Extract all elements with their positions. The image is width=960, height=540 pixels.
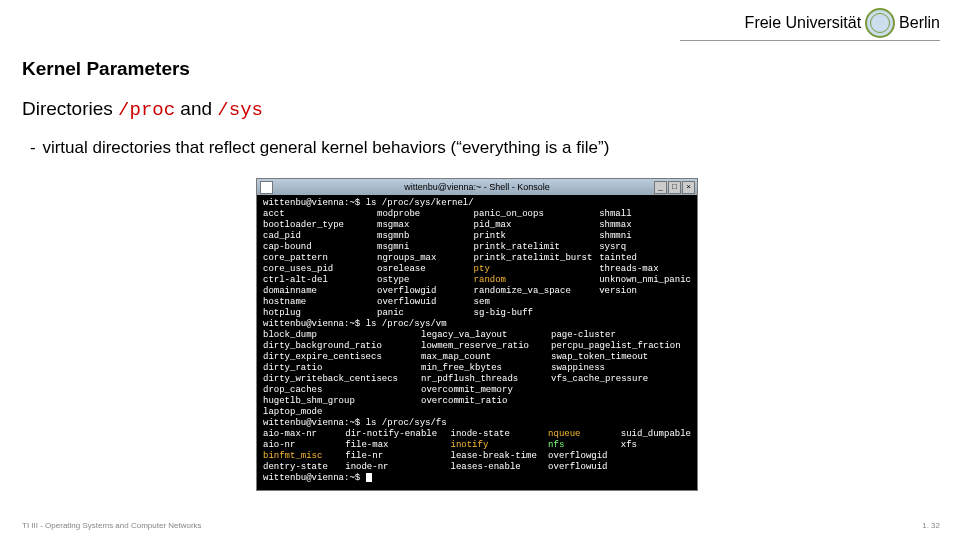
ls3-col4: nqueue nfs overflowgid overflowuid [548, 429, 621, 473]
window-close-button[interactable]: × [682, 181, 695, 194]
terminal-titlebar: wittenbu@vienna:~ - Shell - Konsole _ □ … [257, 179, 697, 195]
logo-seal-icon [865, 8, 895, 38]
terminal-app-icon [260, 181, 273, 194]
window-minimize-button[interactable]: _ [654, 181, 667, 194]
subtitle-prefix: Directories [22, 98, 118, 119]
subtitle-mid: and [175, 98, 217, 119]
university-logo: Freie Universität Berlin [745, 8, 940, 38]
ls-output-2: block_dump dirty_background_ratio dirty_… [263, 330, 691, 418]
ls2-col3: page-cluster percpu_pagelist_fraction sw… [551, 330, 681, 418]
ls-output-1: acct bootloader_type cad_pid cap-bound c… [263, 209, 691, 319]
code-proc: /proc [118, 99, 175, 121]
slide-title: Kernel Parameters [22, 58, 190, 80]
cmd-1: ls /proc/sys/kernel/ [366, 198, 474, 208]
footer-right: 1. 32 [922, 521, 940, 530]
ls3-col5: suid_dumpable xfs [621, 429, 691, 473]
ls1-col2: modprobe msgmax msgmnb msgmni ngroups_ma… [377, 209, 474, 319]
terminal-title-text: wittenbu@vienna:~ - Shell - Konsole [404, 182, 549, 192]
terminal-window: wittenbu@vienna:~ - Shell - Konsole _ □ … [256, 178, 698, 491]
cmd-3: ls /proc/sys/fs [366, 418, 447, 428]
ls3-col1: aio-max-nr aio-nr binfmt_misc dentry-sta… [263, 429, 345, 473]
footer-left: TI III - Operating Systems and Computer … [22, 521, 202, 530]
ls1-col3: panic_on_oops pid_max printk printk_rate… [474, 209, 600, 319]
cmd-2: ls /proc/sys/vm [366, 319, 447, 329]
ls1-col1: acct bootloader_type cad_pid cap-bound c… [263, 209, 377, 319]
cursor-icon [366, 473, 372, 482]
code-sys: /sys [217, 99, 263, 121]
ls3-col3: inode-state inotify lease-break-time lea… [451, 429, 549, 473]
prompt: wittenbu@vienna:~$ [263, 198, 360, 208]
prompt: wittenbu@vienna:~$ [263, 418, 360, 428]
header-rule [680, 40, 940, 41]
logo-text-right: Berlin [899, 14, 940, 32]
ls1-col4: shmall shmmax shmmni sysrq tainted threa… [599, 209, 691, 319]
prompt: wittenbu@vienna:~$ [263, 319, 360, 329]
ls2-col2: legacy_va_layout lowmem_reserve_ratio ma… [421, 330, 551, 418]
window-maximize-button[interactable]: □ [668, 181, 681, 194]
prompt: wittenbu@vienna:~$ [263, 473, 360, 483]
ls-output-3: aio-max-nr aio-nr binfmt_misc dentry-sta… [263, 429, 691, 473]
slide-subtitle: Directories /proc and /sys [22, 98, 263, 121]
ls3-col2: dir-notify-enable file-max file-nr inode… [345, 429, 450, 473]
ls2-col1: block_dump dirty_background_ratio dirty_… [263, 330, 421, 418]
bullet-line: virtual directories that reflect general… [30, 138, 609, 158]
terminal-body: wittenbu@vienna:~$ ls /proc/sys/kernel/ … [257, 195, 697, 490]
logo-text-left: Freie Universität [745, 14, 861, 32]
